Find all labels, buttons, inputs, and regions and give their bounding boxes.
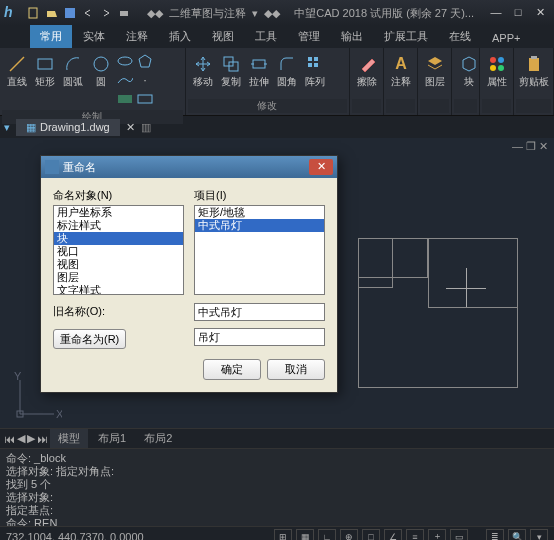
scroll-next-icon[interactable]: ▶ (27, 432, 35, 445)
snap-toggle[interactable]: ▦ (296, 529, 314, 541)
mdi-restore[interactable]: ❐ (526, 140, 536, 153)
cmd-line: 找到 5 个 (6, 478, 548, 491)
ellipse-icon[interactable] (116, 52, 134, 70)
list-item[interactable]: 矩形/地毯 (195, 206, 324, 219)
list-item[interactable]: 块 (54, 232, 183, 245)
dialog-titlebar[interactable]: 重命名 ✕ (41, 156, 337, 178)
tab-online[interactable]: 在线 (439, 25, 481, 48)
tab-extensions[interactable]: 扩展工具 (374, 25, 438, 48)
array-button[interactable]: 阵列 (302, 52, 328, 91)
lwt-toggle[interactable]: ≡ (406, 529, 424, 541)
isolate-toggle[interactable]: ≣ (486, 529, 504, 541)
dwg-icon: ▦ (26, 121, 36, 134)
tab-app[interactable]: APP+ (482, 28, 530, 48)
svg-line-3 (10, 57, 24, 71)
dialog-close-button[interactable]: ✕ (309, 159, 333, 175)
command-window[interactable]: 命令: _block 选择对象: 指定对角点: 找到 5 个 选择对象: 指定基… (0, 448, 554, 526)
window-title: ◆◆ 二维草图与注释 ▾ ◆◆ (136, 6, 290, 21)
rect-button[interactable]: 矩形 (32, 52, 58, 91)
list-item[interactable]: 视口 (54, 245, 183, 258)
items-list[interactable]: 矩形/地毯中式吊灯 (194, 205, 325, 295)
named-objects-list[interactable]: 用户坐标系标注样式块视口视图图层文字样式线型表格样式多重引线样式 (53, 205, 184, 295)
tab-view[interactable]: 视图 (202, 25, 244, 48)
polygon-icon[interactable] (136, 52, 154, 70)
undo-icon[interactable] (80, 5, 96, 21)
svg-rect-14 (314, 57, 318, 61)
tab-insert[interactable]: 插入 (159, 25, 201, 48)
list-item[interactable]: 文字样式 (54, 284, 183, 295)
redo-icon[interactable] (98, 5, 114, 21)
workspace-name: 二维草图与注释 (169, 6, 246, 21)
svg-rect-1 (65, 8, 75, 18)
tab-annotate[interactable]: 注释 (116, 25, 158, 48)
maximize-button[interactable]: □ (508, 5, 528, 21)
document-tab[interactable]: ▦ Drawing1.dwg (16, 119, 120, 136)
hatch-icon[interactable] (116, 90, 134, 108)
ortho-toggle[interactable]: ∟ (318, 529, 336, 541)
point-icon[interactable]: · (136, 71, 154, 89)
tab-common[interactable]: 常用 (30, 25, 72, 48)
tab-layout1[interactable]: 布局1 (90, 429, 134, 448)
close-tab-icon[interactable]: ✕ (126, 121, 135, 134)
list-item[interactable]: 图层 (54, 271, 183, 284)
config-icon[interactable]: ▾ (530, 529, 548, 541)
tab-tools[interactable]: 工具 (245, 25, 287, 48)
mdi-minimize[interactable]: — (512, 140, 523, 153)
osnap-toggle[interactable]: □ (362, 529, 380, 541)
tab-model[interactable]: 模型 (50, 429, 88, 448)
minimize-button[interactable]: — (486, 5, 506, 21)
copy-button[interactable]: 复制 (218, 52, 244, 91)
zoom-icon[interactable]: 🔍 (508, 529, 526, 541)
document-name: Drawing1.dwg (40, 121, 110, 133)
erase-button[interactable]: 擦除 (354, 52, 380, 91)
arc-button[interactable]: 圆弧 (60, 52, 86, 91)
otrack-toggle[interactable]: ∠ (384, 529, 402, 541)
circle-button[interactable]: 圆 (88, 52, 114, 91)
new-icon[interactable] (26, 5, 42, 21)
cmd-line: 选择对象: 指定对角点: (6, 465, 548, 478)
tab-manage[interactable]: 管理 (288, 25, 330, 48)
save-icon[interactable] (62, 5, 78, 21)
region-icon[interactable] (136, 90, 154, 108)
tab-layout2[interactable]: 布局2 (136, 429, 180, 448)
polar-toggle[interactable]: ⊕ (340, 529, 358, 541)
rename-to-button[interactable]: 重命名为(R) (53, 329, 126, 349)
scroll-right-icon[interactable]: ⏭ (37, 433, 48, 445)
dyn-toggle[interactable]: ＋ (428, 529, 446, 541)
chevron-down-icon[interactable]: ▾ (252, 7, 258, 20)
fillet-button[interactable]: 圆角 (274, 52, 300, 91)
svg-text:X: X (56, 408, 62, 420)
scroll-left-icon[interactable]: ⏮ (4, 433, 15, 445)
list-item[interactable]: 视图 (54, 258, 183, 271)
open-icon[interactable] (44, 5, 60, 21)
svg-point-18 (498, 57, 504, 63)
tab-list-icon[interactable]: ▾ (4, 121, 10, 134)
clipboard-button[interactable]: 剪贴板 (518, 52, 549, 91)
named-objects-label: 命名对象(N) (53, 188, 184, 203)
close-button[interactable]: ✕ (530, 5, 550, 21)
annotation-button[interactable]: A注释 (388, 52, 414, 91)
scroll-prev-icon[interactable]: ◀ (17, 432, 25, 445)
list-item[interactable]: 标注样式 (54, 219, 183, 232)
move-button[interactable]: 移动 (190, 52, 216, 91)
new-name-input[interactable] (194, 328, 325, 346)
tab-solid[interactable]: 实体 (73, 25, 115, 48)
list-item[interactable]: 中式吊灯 (195, 219, 324, 232)
old-name-input[interactable] (194, 303, 325, 321)
block-button[interactable]: 块 (456, 52, 482, 91)
stretch-button[interactable]: 拉伸 (246, 52, 272, 91)
layer-button[interactable]: 图层 (422, 52, 448, 91)
spline-icon[interactable] (116, 71, 134, 89)
line-button[interactable]: 直线 (4, 52, 30, 91)
list-item[interactable]: 用户坐标系 (54, 206, 183, 219)
model-toggle[interactable]: ▭ (450, 529, 468, 541)
new-tab-icon[interactable]: ▥ (141, 121, 151, 134)
print-icon[interactable] (116, 5, 132, 21)
mdi-close[interactable]: ✕ (539, 140, 548, 153)
properties-button[interactable]: 属性 (484, 52, 510, 91)
cmd-line: 指定基点: (6, 504, 548, 517)
grid-toggle[interactable]: ⊞ (274, 529, 292, 541)
tab-output[interactable]: 输出 (331, 25, 373, 48)
cancel-button[interactable]: 取消 (267, 359, 325, 380)
ok-button[interactable]: 确定 (203, 359, 261, 380)
